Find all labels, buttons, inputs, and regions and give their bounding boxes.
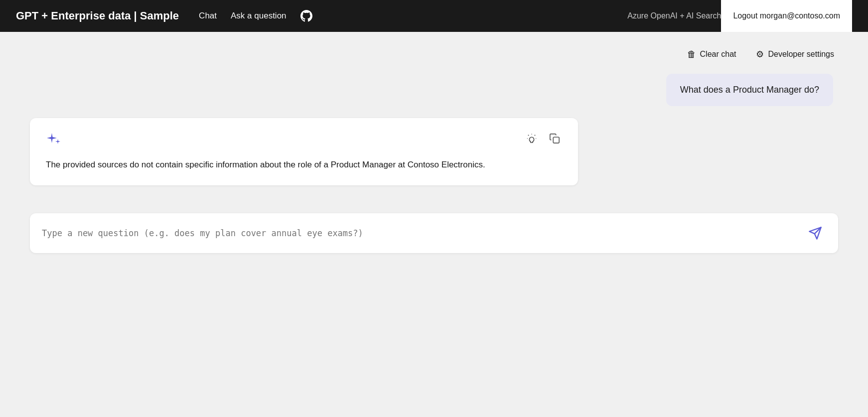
user-message-text: What does a Product Manager do? — [680, 85, 819, 95]
main-nav: Chat Ask a question — [199, 10, 627, 22]
chat-input[interactable] — [42, 228, 798, 238]
developer-settings-label: Developer settings — [768, 50, 834, 59]
service-label: Azure OpenAI + AI Search — [627, 11, 721, 20]
trash-icon: 🗑 — [687, 49, 696, 60]
nav-chat[interactable]: Chat — [199, 11, 217, 21]
lightbulb-button[interactable] — [524, 132, 539, 147]
ai-card-header — [46, 132, 562, 148]
logout-button[interactable]: Logout morgan@contoso.com — [721, 0, 852, 32]
send-button[interactable] — [804, 224, 826, 242]
clear-chat-label: Clear chat — [700, 50, 736, 59]
github-icon[interactable] — [300, 10, 312, 22]
nav-ask-question[interactable]: Ask a question — [231, 11, 287, 21]
svg-line-1 — [528, 135, 529, 136]
main-content: 🗑 Clear chat ⚙ Developer settings What d… — [0, 32, 868, 417]
user-bubble: What does a Product Manager do? — [666, 74, 833, 106]
clipboard-button[interactable] — [547, 132, 562, 147]
header: GPT + Enterprise data | Sample Chat Ask … — [0, 0, 868, 32]
ai-response-card: The provided sources do not contain spec… — [30, 118, 578, 185]
gear-icon: ⚙ — [756, 49, 764, 60]
clear-chat-button[interactable]: 🗑 Clear chat — [683, 47, 740, 62]
ai-response-text: The provided sources do not contain spec… — [46, 158, 562, 171]
user-message-wrapper: What does a Product Manager do? — [30, 74, 838, 106]
app-title: GPT + Enterprise data | Sample — [16, 9, 179, 22]
input-area — [30, 213, 838, 253]
svg-rect-5 — [553, 137, 559, 143]
sparkle-icon — [46, 132, 62, 148]
top-actions: 🗑 Clear chat ⚙ Developer settings — [30, 42, 838, 62]
ai-card-actions — [524, 132, 562, 147]
svg-line-3 — [535, 135, 535, 136]
developer-settings-button[interactable]: ⚙ Developer settings — [752, 47, 838, 62]
chat-area: What does a Product Manager do? — [30, 74, 838, 397]
